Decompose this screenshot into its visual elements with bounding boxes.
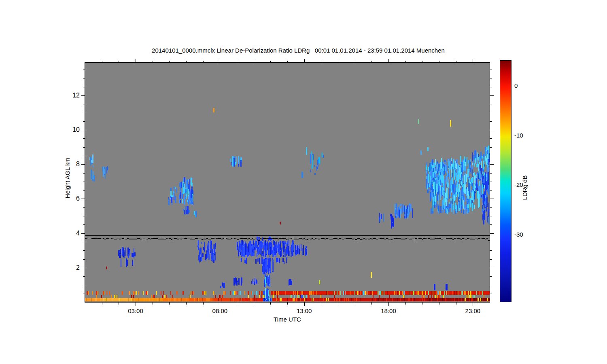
- echo-noise: [422, 291, 422, 295]
- echo-streak: [208, 254, 210, 259]
- y-minor-tick: [83, 147, 85, 148]
- echo-noise: [357, 291, 357, 295]
- echo-tick: [233, 291, 234, 295]
- echo-streak: [463, 176, 463, 181]
- echo-streak: [222, 283, 223, 287]
- echo-streak: [435, 171, 436, 174]
- x-minor-tick-top: [321, 61, 321, 63]
- echo-streak: [473, 160, 474, 165]
- echo-noise: [323, 298, 324, 301]
- echo-noise: [457, 298, 458, 301]
- echo-tick: [96, 291, 97, 295]
- echo-noise: [159, 298, 159, 301]
- noisy-trace-line: [143, 239, 145, 239]
- echo-streak: [295, 248, 295, 254]
- echo-noise: [296, 298, 297, 301]
- y-minor-tick-right: [490, 250, 492, 251]
- echo-streak: [289, 279, 289, 286]
- echo-tick: [106, 291, 107, 295]
- echo-streak: [183, 209, 184, 211]
- echo-noise: [144, 298, 144, 301]
- noisy-trace-line: [229, 239, 231, 240]
- echo-noise: [334, 291, 335, 295]
- echo-streak: [478, 191, 479, 201]
- echo-streak: [220, 286, 221, 288]
- echo-tick: [259, 295, 260, 298]
- echo-streak: [462, 196, 463, 205]
- echo-streak: [273, 262, 274, 271]
- y-major-tick-right: [490, 199, 494, 199]
- y-major-tick: [81, 268, 85, 268]
- echo-noise: [86, 298, 87, 301]
- echo-tick: [320, 295, 321, 298]
- echo-noise: [354, 291, 355, 295]
- echo-tick: [151, 295, 152, 298]
- x-minor-tick-top: [119, 61, 119, 63]
- speck-yellow-2140z: [450, 120, 451, 127]
- echo-streak: [481, 195, 482, 197]
- echo-noise: [342, 291, 343, 295]
- echo-noise: [480, 298, 481, 301]
- echo-noise: [298, 298, 299, 301]
- y-major-tick-right: [490, 268, 494, 268]
- x-minor-tick-top: [338, 61, 338, 63]
- echo-noise: [312, 298, 313, 301]
- echo-streak: [201, 242, 202, 244]
- echo-streak: [259, 250, 260, 254]
- echo-streak: [470, 182, 471, 184]
- x-minor-tick: [422, 303, 422, 305]
- echo-noise: [409, 298, 410, 301]
- echo-noise: [410, 298, 411, 301]
- echo-noise: [474, 298, 475, 301]
- echo-streak: [251, 246, 252, 249]
- x-minor-tick: [237, 303, 237, 305]
- echo-streak: [211, 248, 212, 255]
- y-major-tick-right: [490, 164, 494, 165]
- echo-noise: [350, 291, 351, 295]
- echo-streak: [380, 218, 380, 222]
- echo-streak: [266, 290, 267, 299]
- echo-streak: [446, 199, 447, 206]
- echo-tick: [92, 291, 93, 295]
- echo-streak: [485, 180, 486, 189]
- echo-streak: [259, 258, 260, 264]
- echo-streak: [172, 197, 172, 203]
- echo-streak: [215, 247, 216, 248]
- ground-echo-row: [463, 298, 490, 301]
- echo-streak: [430, 192, 431, 202]
- echo-streak: [451, 158, 452, 161]
- echo-tick: [131, 295, 132, 298]
- echo-streak: [401, 207, 402, 214]
- echo-streak: [468, 172, 469, 176]
- echo-streak: [322, 152, 323, 157]
- x-minor-tick-top: [186, 61, 187, 63]
- echo-streak: [224, 283, 225, 288]
- x-minor-tick: [338, 303, 338, 305]
- x-tick-label: 23:00: [461, 307, 485, 314]
- echo-tick: [117, 295, 117, 298]
- x-minor-tick-top: [439, 61, 439, 63]
- echo-noise: [293, 298, 294, 301]
- echo-streak: [470, 184, 471, 193]
- echo-streak: [127, 248, 129, 255]
- echo-tick: [190, 295, 191, 298]
- echo-streak: [433, 165, 434, 167]
- echo-noise: [213, 298, 214, 301]
- echo-streak: [266, 245, 267, 254]
- echo-streak: [168, 199, 170, 205]
- echo-streak: [249, 245, 250, 255]
- echo-streak: [474, 163, 475, 167]
- echo-streak: [408, 207, 409, 212]
- noisy-trace-line: [226, 238, 227, 239]
- echo-streak: [481, 161, 482, 168]
- echo-noise: [244, 298, 244, 301]
- x-minor-tick: [439, 303, 439, 305]
- echo-streak: [242, 240, 243, 242]
- echo-noise: [293, 291, 294, 295]
- echo-streak: [255, 279, 255, 284]
- echo-streak: [238, 156, 239, 162]
- echo-tick: [255, 295, 255, 298]
- echo-streak: [245, 243, 246, 252]
- echo-streak: [270, 237, 271, 241]
- echo-noise: [285, 291, 286, 295]
